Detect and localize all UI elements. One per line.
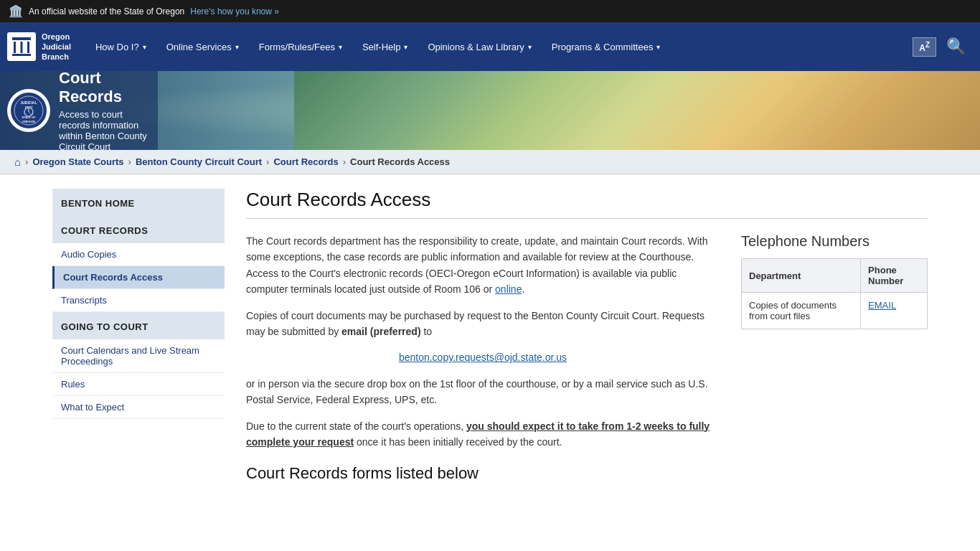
- paragraph-2: Copies of court documents may be purchas…: [246, 308, 720, 340]
- nav-online-services[interactable]: Online Services ▾: [156, 22, 249, 71]
- sidebar-section-benton-home: BENTON HOME: [52, 189, 225, 216]
- hero-subtitle: Access to court records information with…: [59, 109, 147, 150]
- paragraph-4: Due to the current state of the court's …: [246, 418, 720, 451]
- nav-right-controls: AZ 🔍: [913, 34, 973, 59]
- sidebar-link-court-records-access[interactable]: Court Records Access: [52, 266, 225, 289]
- nav-how-do-i[interactable]: How Do I? ▾: [85, 22, 156, 71]
- sidebar-link-rules[interactable]: Rules: [52, 373, 225, 396]
- site-logo[interactable]: Oregon Judicial Branch: [7, 32, 71, 62]
- phone-cell: EMAIL: [861, 293, 928, 329]
- main-content-area: BENTON HOME COURT RECORDS Audio Copies C…: [38, 174, 942, 497]
- breadcrumb-sep-1: ›: [128, 156, 131, 167]
- logo-text: Oregon Judicial Branch: [42, 32, 71, 62]
- judicial-seal: JUDICIAL DEPT STATE OF OREGON: [7, 89, 50, 132]
- how-to-know-link[interactable]: Here's how you know »: [190, 6, 279, 17]
- nav-items: How Do I? ▾ Online Services ▾ Forms/Rule…: [85, 22, 913, 71]
- svg-rect-2: [21, 42, 23, 53]
- chevron-down-icon: ▾: [143, 43, 146, 51]
- table-row: Copies of documents from court files EMA…: [742, 293, 928, 329]
- paragraph-3: or in person via the secure drop box on …: [246, 376, 720, 408]
- home-icon: ⌂: [14, 156, 21, 168]
- sidebar: BENTON HOME COURT RECORDS Audio Copies C…: [52, 189, 225, 483]
- chevron-down-icon: ▾: [656, 43, 660, 51]
- breadcrumb: ⌂ › Oregon State Courts › Benton County …: [0, 150, 980, 174]
- nav-forms-rules-fees[interactable]: Forms/Rules/Fees ▾: [249, 22, 352, 71]
- phone-table-dept-header: Department: [742, 259, 861, 293]
- chevron-down-icon: ▾: [404, 43, 407, 51]
- email-preferred-text: email (preferred): [341, 326, 420, 337]
- nav-programs-committees[interactable]: Programs & Committees ▾: [542, 22, 671, 71]
- page-content: Court Records Access The Court records d…: [246, 189, 928, 483]
- section-2-heading: Court Records forms listed below: [246, 464, 720, 483]
- sidebar-link-court-calendars[interactable]: Court Calendars and Live Stream Proceedi…: [52, 339, 225, 373]
- chevron-down-icon: ▾: [235, 43, 239, 51]
- chevron-down-icon: ▾: [339, 43, 342, 51]
- telephone-numbers-box: Telephone Numbers Department Phone Numbe…: [741, 233, 928, 329]
- svg-rect-3: [27, 42, 29, 53]
- svg-text:JUDICIAL: JUDICIAL: [20, 100, 37, 105]
- telephone-numbers-title: Telephone Numbers: [741, 233, 928, 250]
- breadcrumb-sep-2: ›: [266, 156, 269, 167]
- hero-banner: JUDICIAL DEPT STATE OF OREGON Court Reco…: [0, 71, 980, 150]
- email-phone-link[interactable]: EMAIL: [868, 300, 896, 311]
- dept-cell: Copies of documents from court files: [742, 293, 861, 329]
- breadcrumb-sep-0: ›: [25, 156, 28, 167]
- page-title: Court Records Access: [246, 189, 928, 219]
- hero-grass-decoration: [294, 71, 980, 150]
- sidebar-link-what-to-expect[interactable]: What to Expect: [52, 396, 225, 419]
- sidebar-link-audio-copies[interactable]: Audio Copies: [52, 243, 225, 266]
- main-navigation: Oregon Judicial Branch How Do I? ▾ Onlin…: [0, 22, 980, 71]
- hero-title: Court Records: [59, 71, 147, 106]
- paragraph-1: The Court records department has the res…: [246, 233, 720, 298]
- content-sidebar: Telephone Numbers Department Phone Numbe…: [741, 233, 928, 483]
- sidebar-section-title-going-to-court: GOING TO COURT: [52, 314, 225, 339]
- hero-overlay: JUDICIAL DEPT STATE OF OREGON Court Reco…: [0, 71, 158, 150]
- breadcrumb-current: Court Records Access: [350, 156, 450, 167]
- online-link[interactable]: online: [495, 283, 522, 295]
- svg-rect-0: [12, 37, 31, 40]
- email-address-para: benton.copy.requests@ojd.state.or.us: [246, 349, 720, 365]
- sidebar-section-court-records: COURT RECORDS Audio Copies Court Records…: [52, 216, 225, 312]
- translate-button[interactable]: AZ: [913, 37, 936, 57]
- svg-rect-4: [12, 54, 31, 56]
- top-bar: 🏛️ An official website of the State of O…: [0, 0, 980, 22]
- state-flag-icon: 🏛️: [9, 4, 23, 18]
- logo-icon: [7, 32, 36, 61]
- phone-table-phone-header: Phone Number: [861, 259, 928, 293]
- breadcrumb-sep-3: ›: [343, 156, 346, 167]
- nav-self-help[interactable]: Self-Help ▾: [352, 22, 418, 71]
- sidebar-link-transcripts[interactable]: Transcripts: [52, 289, 225, 312]
- breadcrumb-item-benton-county[interactable]: Benton County Circuit Court: [136, 156, 262, 167]
- chevron-down-icon: ▾: [528, 43, 532, 51]
- hero-text-block: Court Records Access to court records in…: [59, 71, 147, 150]
- nav-opinions-law-library[interactable]: Opinions & Law Library ▾: [418, 22, 541, 71]
- phone-table: Department Phone Number Copies of docume…: [741, 258, 928, 329]
- breadcrumb-item-oregon-state-courts[interactable]: Oregon State Courts: [32, 156, 123, 167]
- email-link[interactable]: benton.copy.requests@ojd.state.or.us: [399, 352, 567, 363]
- sidebar-section-going-to-court: GOING TO COURT Court Calendars and Live …: [52, 312, 225, 419]
- breadcrumb-item-court-records[interactable]: Court Records: [273, 156, 338, 167]
- official-site-text: An official website of the State of Oreg…: [29, 6, 184, 17]
- content-main: The Court records department has the res…: [246, 233, 720, 483]
- search-button[interactable]: 🔍: [939, 34, 973, 59]
- sidebar-section-title-court-records: COURT RECORDS: [52, 218, 225, 243]
- svg-rect-1: [14, 42, 16, 53]
- svg-text:OREGON: OREGON: [22, 120, 35, 123]
- content-body: The Court records department has the res…: [246, 233, 928, 483]
- sidebar-section-title-benton-home: BENTON HOME: [52, 191, 225, 216]
